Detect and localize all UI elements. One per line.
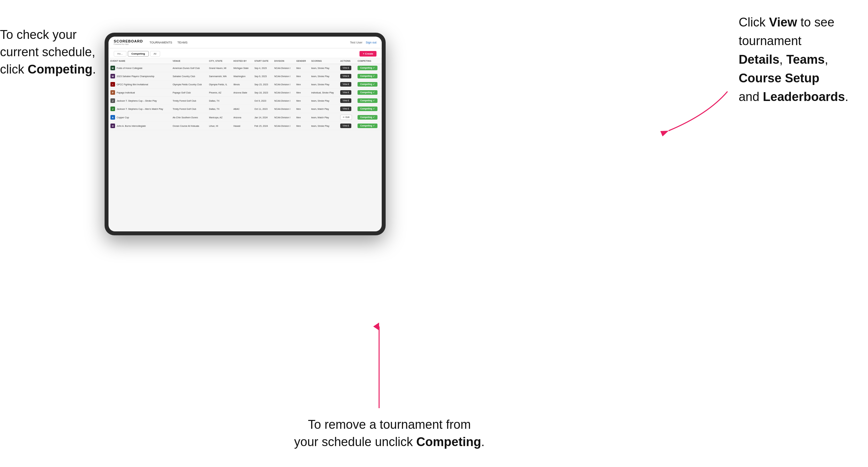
hosted-by-cell: Michigan State (231, 64, 252, 72)
venue-cell: Ak-Chin Southern Dunes (170, 113, 207, 122)
filter-tab-home[interactable]: Ho... (114, 51, 126, 57)
view-button[interactable]: View ℹ (340, 106, 351, 111)
city-state-cell: Dallas, TX (207, 105, 232, 113)
competing-cell: Competing ✓ (355, 97, 382, 105)
division-cell: NCAA Division I (272, 89, 294, 97)
ann-tr-2: tournament (739, 34, 801, 48)
event-name-cell: P Papago Individual (108, 89, 170, 97)
arrow-right-to-view (659, 88, 731, 137)
event-name-cell: A Copper Cup (108, 113, 170, 122)
scoreboard-logo: SCOREBOARD Powered by clipp (114, 39, 143, 45)
city-state-cell: Grand Haven, MI (207, 64, 232, 72)
competing-button[interactable]: Competing ✓ (358, 66, 377, 70)
col-event-name: EVENT NAME (108, 58, 170, 64)
annotation-bold: Competing (27, 62, 92, 76)
tablet-screen: SCOREBOARD Powered by clipp TOURNAMENTS … (108, 37, 382, 231)
filter-tab-all[interactable]: All (150, 51, 160, 57)
hosted-by-cell: Arizona (231, 113, 252, 122)
sign-out-link[interactable]: Sign out (366, 41, 376, 44)
actions-cell: View ℹ (338, 64, 355, 72)
competing-button[interactable]: Competing ✓ (358, 74, 377, 79)
gender-cell: Men (294, 64, 309, 72)
venue-cell: Sahalee Country Club (170, 72, 207, 81)
competing-cell: Competing ✓ (355, 64, 382, 72)
view-button[interactable]: View ℹ (340, 66, 351, 70)
edit-button[interactable]: ✏ Edit (340, 115, 352, 120)
table-row: W 2023 Sahalee Players Championship Saha… (108, 72, 382, 81)
col-scoring: SCORING (309, 58, 338, 64)
view-button[interactable]: View ℹ (340, 98, 351, 103)
ann-tr-1: Click View to see (739, 15, 834, 29)
venue-cell: Papago Golf Club (170, 89, 207, 97)
gender-cell: Men (294, 89, 309, 97)
table-body: M Folds of Honor Collegiate American Dun… (108, 64, 382, 130)
nav-teams[interactable]: TEAMS (178, 40, 188, 45)
scoring-cell: team, Match Play (309, 105, 338, 113)
competing-cell: Competing ✓ (355, 89, 382, 97)
competing-button[interactable]: Competing ✓ (358, 115, 377, 120)
ann-tr-4: Course Setup (739, 71, 819, 85)
competing-cell: Competing ✓ (355, 105, 382, 113)
ann-tr-3: Details, Teams, (739, 53, 828, 66)
scoring-cell: team, Stroke Play (309, 72, 338, 81)
competing-button[interactable]: Competing ✓ (358, 82, 377, 87)
venue-cell: Trinity Forest Golf Club (170, 97, 207, 105)
table-row: M Folds of Honor Collegiate American Dun… (108, 64, 382, 72)
annotation-top-left: To check your current schedule, click Co… (0, 26, 96, 79)
start-date-cell: Sep 15, 2023 (252, 81, 272, 89)
annotation-line1: To check your (0, 28, 76, 41)
division-cell: NCAA Division I (272, 81, 294, 89)
col-gender: GENDER (294, 58, 309, 64)
annotation-line2: current schedule, (0, 45, 95, 59)
col-start-date: START DATE (252, 58, 272, 64)
start-date-cell: Feb 15, 2024 (252, 122, 272, 130)
filter-tabs: Ho... Competing All (114, 51, 160, 57)
division-cell: NCAA Division I (272, 72, 294, 81)
event-name-cell: J Jackson T. Stephens Cup – Stroke Play (108, 97, 170, 105)
start-date-cell: Sep 4, 2023 (252, 64, 272, 72)
start-date-cell: Sep 18, 2023 (252, 89, 272, 97)
view-button[interactable]: View ℹ (340, 124, 351, 128)
table-container: EVENT NAME VENUE CITY, STATE HOSTED BY S… (108, 58, 382, 231)
ann-bot-1: To remove a tournament from (308, 418, 471, 431)
table-row: I OFCC Fighting Illini Invitational Olym… (108, 81, 382, 89)
filter-tab-competing[interactable]: Competing (128, 51, 149, 57)
col-actions: ACTIONS (338, 58, 355, 64)
user-name: Test User (350, 41, 363, 44)
competing-button[interactable]: Competing ✓ (358, 106, 377, 111)
nav-tournaments[interactable]: TOURNAMENTS (149, 40, 172, 45)
ann-bot-2: your schedule unclick Competing. (294, 435, 485, 449)
venue-cell: American Dunes Golf Club (170, 64, 207, 72)
nav-links: TOURNAMENTS TEAMS (149, 40, 350, 45)
gender-cell: Men (294, 81, 309, 89)
event-name-cell: M Folds of Honor Collegiate (108, 64, 170, 72)
competing-button[interactable]: Competing ✓ (358, 90, 377, 95)
city-state-cell: Phoenix, AZ (207, 89, 232, 97)
create-button[interactable]: + Create (360, 51, 376, 57)
event-name-cell: W 2023 Sahalee Players Championship (108, 72, 170, 81)
event-name-cell: J Jackson T. Stephens Cup – Men's Match … (108, 105, 170, 113)
view-button[interactable]: View ℹ (340, 82, 351, 87)
annotation-bottom: To remove a tournament from your schedul… (294, 416, 485, 451)
col-division: DIVISION (272, 58, 294, 64)
col-venue: VENUE (170, 58, 207, 64)
competing-cell: Competing ✓ (355, 113, 382, 122)
division-cell: NCAA Division I (272, 97, 294, 105)
table-row: H John A. Burns Intercollegiate Ocean Co… (108, 122, 382, 130)
competing-button[interactable]: Competing ✓ (358, 98, 377, 103)
gender-cell: Men (294, 105, 309, 113)
event-name-cell: H John A. Burns Intercollegiate (108, 122, 170, 130)
logo-sub: Powered by clipp (114, 43, 143, 45)
competing-button[interactable]: Competing ✓ (358, 124, 377, 128)
tournaments-table: EVENT NAME VENUE CITY, STATE HOSTED BY S… (108, 58, 382, 130)
annotation-period: . (92, 62, 96, 76)
hosted-by-cell: ABAC (231, 105, 252, 113)
city-state-cell: Lihue, HI (207, 122, 232, 130)
filter-bar: Ho... Competing All + Create (108, 49, 382, 58)
view-button[interactable]: View ℹ (340, 90, 351, 95)
view-button[interactable]: View ℹ (340, 74, 351, 79)
division-cell: NCAA Division I (272, 122, 294, 130)
competing-cell: Competing ✓ (355, 122, 382, 130)
hosted-by-cell (231, 97, 252, 105)
venue-cell: Ocean Course At Hokuala (170, 122, 207, 130)
